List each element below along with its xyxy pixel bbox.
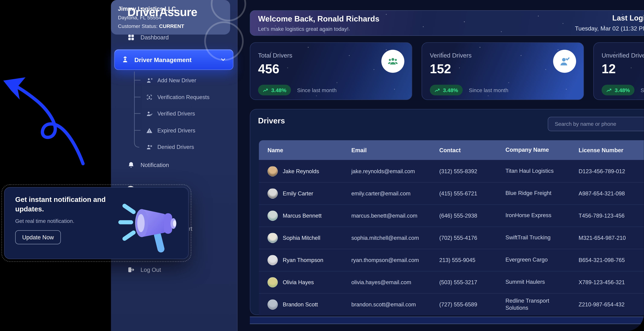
decor-circle: [211, 0, 230, 22]
sidebar-subitem-expired-drivers[interactable]: Expired Drivers: [146, 126, 196, 135]
driver-email: ryan.thompson@email.com: [351, 257, 439, 263]
driver-avatar: [268, 188, 278, 199]
driver-avatar: [268, 210, 278, 221]
sidebar-item-dashboard[interactable]: Dashboard: [127, 32, 169, 43]
table-row[interactable]: Marcus Bennett marcus.benett@email.com (…: [259, 204, 644, 226]
driverassure-app: DriverAssure Dashboard Driver Management: [0, 0, 644, 331]
driver-avatar: [268, 233, 278, 243]
driver-email: jake.reynolds@email.com: [351, 168, 439, 174]
dashboard-grid-icon: [127, 34, 135, 41]
sidebar: DriverAssure Dashboard Driver Management: [111, 0, 238, 331]
sidebar-subitem-verified-drivers[interactable]: Verified Drivers: [146, 109, 195, 118]
trend-up-icon: [606, 87, 612, 93]
stat-icon-circle: [553, 50, 576, 73]
driver-license: A987-654-321-098: [578, 190, 644, 197]
driver-company: Evergreen Cargo: [506, 257, 579, 264]
sidebar-item-label: Log Out: [140, 266, 161, 273]
sidebar-subitem-label: Denied Drivers: [158, 144, 194, 150]
stat-card-total-drivers: Total Drivers 456 3.48% Since last month: [250, 42, 412, 100]
stat-period: Since last month: [469, 87, 508, 93]
table-row[interactable]: Emily Carter emily.carter@email.com (415…: [259, 182, 644, 204]
driver-email: sophia.mitchell@email.com: [351, 235, 439, 241]
bell-icon: [127, 161, 135, 169]
driver-company: Blue Ridge Freight: [506, 190, 579, 197]
driver-license: D123-456-789-012: [578, 168, 644, 174]
table-body: Jake Reynolds jake.reynolds@email.com (3…: [259, 160, 644, 315]
sidebar-item-logout[interactable]: Log Out: [127, 264, 161, 275]
driver-name: Jake Reynolds: [283, 168, 319, 174]
stat-change: 3.48%: [271, 87, 286, 93]
people-group-icon: [387, 55, 399, 68]
welcome-banner: Welcome Back, Ronald Richards Let’s make…: [250, 10, 644, 36]
stat-label: Unverified Drivers: [602, 52, 644, 59]
status-value: CURRENT: [159, 24, 184, 29]
sidebar-subitem-label: Add New Driver: [158, 77, 196, 83]
sidebar-subitem-add-new-driver[interactable]: Add New Driver: [146, 75, 196, 85]
driver-contact: (727) 555-6589: [439, 301, 505, 307]
driver-avatar: [268, 277, 278, 287]
driver-email: emily.carter@email.com: [351, 190, 439, 197]
stat-label: Verified Drivers: [430, 52, 472, 59]
driver-contact: (702) 555-4176: [439, 235, 505, 241]
sidebar-item-label: Driver Management: [134, 56, 214, 63]
person-check-icon: [146, 110, 153, 117]
stat-icon-circle: [381, 50, 404, 73]
decor-circle: [204, 22, 230, 35]
sidebar-subitem-label: Verification Requests: [158, 94, 210, 100]
driver-email: marcus.benett@email.com: [351, 213, 439, 219]
driver-license: T456-789-123-456: [578, 213, 644, 219]
table-row[interactable]: Jake Reynolds jake.reynolds@email.com (3…: [259, 160, 644, 182]
driver-company: SwiftTrail Trucking: [506, 234, 579, 241]
trend-up-icon: [262, 87, 269, 93]
driver-avatar: [268, 255, 278, 265]
star-dots: [250, 11, 251, 12]
driver-company: IronHorse Express: [506, 212, 579, 219]
driver-license: X789-123-456-321: [578, 279, 644, 285]
footer-company-name: Jimmy Logistics LLC: [118, 5, 176, 12]
stat-change-badge: 3.48%: [258, 85, 291, 95]
stat-period: Since last month: [297, 87, 337, 93]
driver-search-box: [548, 117, 644, 131]
table-row[interactable]: Ryan Thompson ryan.thompson@email.com 21…: [259, 249, 644, 271]
sidebar-item-label: Notification: [140, 162, 169, 168]
notification-popup: Get instant notification and updates. Ge…: [4, 187, 188, 259]
driver-contact: (312) 555-8392: [439, 168, 505, 174]
driver-search-input[interactable]: [554, 121, 644, 127]
update-now-button[interactable]: Update Now: [15, 230, 61, 244]
sidebar-item-label: Dashboard: [140, 34, 169, 41]
table-row[interactable]: Sophia Mitchell sophia.mitchell@email.co…: [259, 227, 644, 249]
driver-company: Redline Transport Solutions: [506, 298, 579, 311]
popup-subtitle: Get real time notification.: [15, 218, 74, 224]
column-header-company: Company Name: [506, 146, 579, 154]
table-row[interactable]: Olivia Hayes olivia.hayes@email.com (503…: [259, 271, 644, 293]
sidebar-item-notification[interactable]: Notification: [127, 160, 169, 170]
welcome-subtitle: Let’s make logistics great again today!: [258, 26, 348, 32]
last-login-value: Tuesday, Mar 02 (11:32 PM): [564, 25, 644, 32]
person-check-icon: [558, 55, 571, 68]
driver-company: Titan Haul Logistics: [506, 168, 579, 175]
stat-value: 12: [602, 62, 616, 76]
sidebar-subitem-verification-requests[interactable]: Verification Requests: [146, 92, 210, 102]
driver-name: Brandon Scott: [283, 301, 318, 307]
warning-triangle-icon: [146, 127, 153, 134]
stat-card-verified-drivers: Verified Drivers 152 3.48% Since last mo…: [422, 42, 584, 100]
drivers-panel-title: Drivers: [258, 116, 285, 126]
trend-up-icon: [434, 87, 440, 93]
driver-avatar: [268, 166, 278, 176]
popup-title: Get instant notification and updates.: [15, 195, 117, 214]
column-header-name: Name: [268, 147, 352, 153]
stat-change: 3.48%: [615, 87, 630, 93]
driver-license: B654-321-098-765: [578, 257, 644, 263]
driver-icon: [121, 56, 129, 64]
driver-name: Marcus Bennett: [283, 213, 322, 219]
driver-contact: 213) 555-9045: [439, 257, 505, 263]
last-login-label: Last Login: [564, 14, 644, 23]
column-header-contact: Contact: [439, 147, 505, 153]
sidebar-subitem-denied-drivers[interactable]: Denied Drivers: [146, 142, 194, 152]
table-row[interactable]: Brandon Scott brandon.scott@email.com (7…: [259, 293, 644, 315]
hand-drawn-arrow-annotation: [0, 62, 111, 173]
star-dots: [250, 43, 251, 44]
drivers-panel: Drivers Name Email Contact Company Name …: [250, 109, 644, 315]
driver-avatar: [268, 299, 278, 310]
stat-change-badge: 3.48%: [602, 85, 634, 95]
